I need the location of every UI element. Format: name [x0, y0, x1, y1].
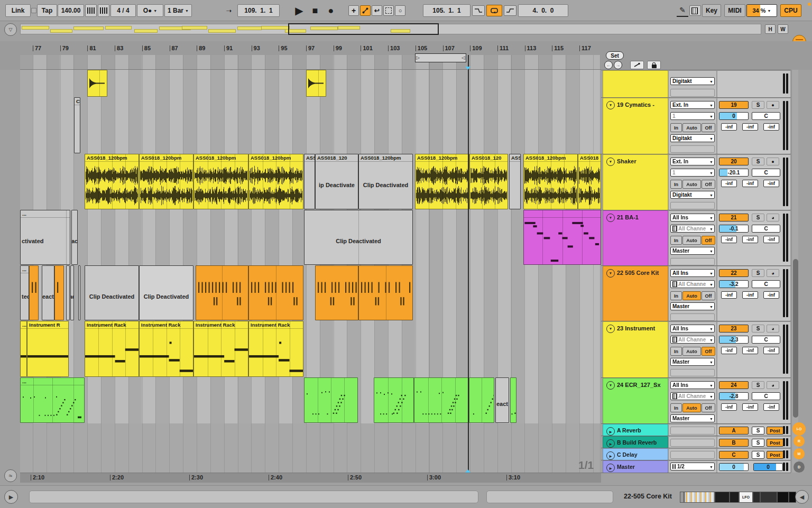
follow-button[interactable]: ➝ [222, 5, 236, 16]
routing-extra-box[interactable] [670, 258, 715, 265]
pan-field[interactable]: C [752, 392, 780, 400]
nudge-down-button[interactable] [85, 4, 97, 17]
capture-midi-button[interactable] [383, 5, 394, 16]
return-lane-A[interactable] [20, 423, 601, 436]
input-routing-select[interactable]: Ext. In▼ [670, 101, 715, 109]
send-b-field[interactable]: -inf [742, 347, 758, 354]
track-fold-button[interactable]: ▾ [606, 101, 615, 109]
track-number-box[interactable]: 19 [719, 101, 749, 109]
punch-in-button[interactable] [472, 5, 485, 16]
hide-height-button[interactable]: H [765, 24, 776, 34]
send-c-field[interactable]: -inf [763, 236, 779, 243]
overview-zoom-window[interactable] [288, 23, 439, 35]
clip[interactable]: eact [495, 377, 509, 423]
mixer-toggle-r[interactable]: R [793, 436, 805, 447]
clip[interactable]: Cy [74, 97, 80, 153]
monitor-off-button[interactable]: Off [702, 291, 715, 300]
track-name-block[interactable]: ▾Shaker [603, 154, 668, 210]
send-b-field[interactable]: -inf [742, 403, 758, 411]
channel-number-select[interactable]: All Channe▼ [670, 280, 715, 288]
clip[interactable]: ac [70, 265, 74, 320]
clip[interactable] [54, 265, 64, 320]
clip[interactable]: Clip Deactivated [304, 210, 413, 265]
volume-field[interactable]: -3.2 [719, 280, 749, 288]
monitor-auto-button[interactable]: Auto [682, 291, 701, 300]
track-number-box[interactable]: 24 [719, 381, 749, 389]
volume-field[interactable]: -20.1 [719, 169, 749, 177]
show-hide-clip-view-button[interactable]: ≈ [4, 469, 17, 482]
play-icon[interactable]: ▶ [606, 439, 615, 448]
input-routing-select[interactable]: Ext. In▼ [670, 158, 715, 165]
clip[interactable] [29, 265, 39, 320]
clip[interactable]: ASS018_120bpm [523, 154, 578, 209]
monitor-in-button[interactable]: In [670, 180, 682, 189]
clip[interactable]: ASS018_120bpm [248, 154, 303, 209]
loop-start-handle[interactable]: ▷ [416, 55, 420, 60]
track-number-box[interactable]: 23 [719, 325, 749, 332]
track-name-block[interactable]: ▾24 ECR_127_Sx [603, 378, 668, 424]
re-enable-automation-button[interactable]: ↩ [372, 5, 382, 16]
clip[interactable]: Instrument Rack [139, 321, 193, 377]
track-name-block[interactable]: ▾23 Instrument [603, 321, 668, 378]
volume-field[interactable]: 0 [719, 112, 749, 120]
track-fold-button[interactable]: ▾ [606, 158, 615, 166]
post-button[interactable]: Post [767, 427, 783, 435]
clip[interactable] [469, 377, 494, 423]
channel-number-select[interactable]: 1▼ [670, 169, 715, 177]
mixer-toggle-m[interactable]: M [793, 448, 805, 459]
routing-extra-box[interactable] [670, 89, 715, 97]
loop-end-handle[interactable]: ◁ [462, 55, 465, 60]
send-c-field[interactable]: -inf [763, 291, 779, 299]
track-name-block[interactable]: ▾21 BA-1 [603, 210, 668, 266]
return-letter-box[interactable]: C [719, 451, 749, 459]
arm-button[interactable]: ◕ [767, 325, 779, 332]
clip[interactable]: Instrument Rack [248, 321, 303, 377]
channel-number-select[interactable]: All Channe▼ [670, 392, 715, 400]
clip[interactable] [414, 377, 469, 423]
clip[interactable]: ASS018_120ip Deactivate [315, 154, 358, 209]
track-name-block[interactable] [603, 70, 668, 98]
clip[interactable] [306, 70, 326, 97]
send-a-field[interactable]: -inf [721, 347, 737, 354]
return-letter-box[interactable]: B [719, 439, 749, 447]
solo-button[interactable]: S [752, 381, 764, 389]
cpu-meter[interactable]: 34 %▼ [746, 4, 777, 17]
loop-button[interactable] [486, 5, 502, 16]
mixer-toggle-i-o[interactable]: I-O [792, 422, 806, 436]
nudge-up-button[interactable] [98, 4, 109, 17]
monitor-off-button[interactable]: Off [702, 236, 715, 245]
post-button[interactable]: Post [767, 439, 783, 447]
clip[interactable] [374, 377, 414, 423]
input-routing-select[interactable]: All Ins▼ [670, 214, 715, 221]
monitor-in-button[interactable]: In [670, 291, 682, 300]
track-number-box[interactable]: 22 [719, 269, 749, 277]
return-name-block[interactable]: ▶C Delay [603, 448, 668, 460]
automation-mode-button[interactable] [630, 61, 644, 69]
clip[interactable] [304, 377, 358, 423]
send-b-field[interactable]: -inf [742, 291, 758, 299]
clip[interactable]: Clip Deactivated [139, 265, 193, 320]
clip[interactable]: ASS018_120bpm [415, 154, 469, 209]
clip[interactable]: ac [71, 210, 78, 265]
device-thumb[interactable] [777, 492, 789, 503]
clip[interactable]: ASS018_120bpm [193, 154, 248, 209]
monitor-off-button[interactable]: Off [702, 123, 715, 132]
post-button[interactable]: Post [767, 451, 783, 459]
solo-button[interactable]: S [752, 427, 764, 435]
track-lane-22 505 Core Kit[interactable]: ...teceactacClip DeactivatedClip Deactiv… [20, 265, 601, 321]
routing-extra-box[interactable] [670, 145, 715, 153]
track-name-block[interactable]: ▾22 505 Core Kit [603, 266, 668, 321]
solo-button[interactable]: S [752, 325, 764, 332]
output-routing-select[interactable]: Master▼ [670, 247, 715, 255]
output-routing-select[interactable]: Digitakt▼ [670, 191, 715, 199]
arrangement-position-field[interactable]: 109. 1. 1 [237, 4, 280, 17]
quantization-menu[interactable]: 1 Bar▼ [164, 4, 192, 17]
session-record-button[interactable]: ○ [395, 5, 405, 16]
cue-volume-field[interactable]: 0 [719, 463, 749, 471]
computer-midi-keyboard-button[interactable] [689, 5, 701, 16]
device-thumb[interactable] [753, 492, 760, 503]
cpu-overload-indicator[interactable]: CPU [780, 4, 801, 17]
playhead-top-marker[interactable] [465, 67, 470, 70]
send-a-field[interactable]: -inf [721, 123, 737, 131]
volume-field[interactable]: -0.1 [719, 225, 749, 233]
